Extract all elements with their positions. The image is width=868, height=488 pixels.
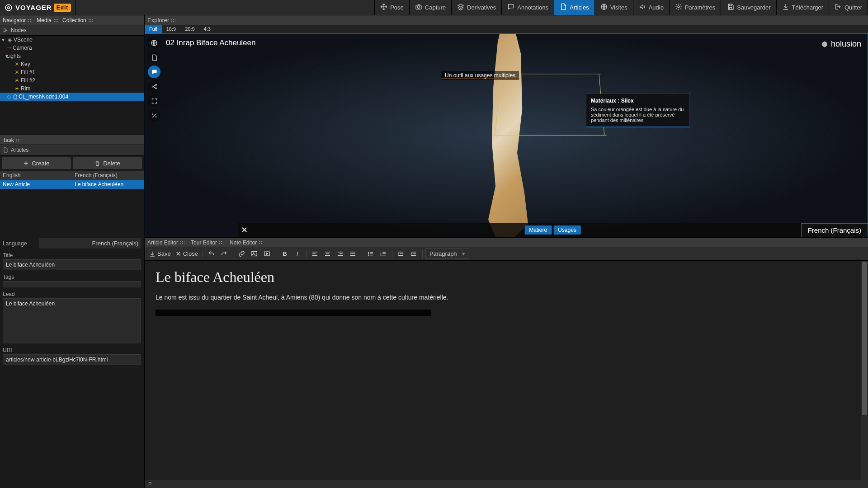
video-button[interactable] (261, 249, 273, 259)
topbar-exit[interactable]: Quitter (829, 0, 868, 15)
scrollbar-thumb[interactable] (862, 262, 867, 415)
align-center-button[interactable] (322, 249, 334, 259)
uri-input[interactable]: articles/new-article-bLBgzlHc7i0N-FR.htm… (3, 354, 141, 365)
paragraph-style-select[interactable]: Paragraph (425, 249, 468, 259)
aspect-Full[interactable]: Full (145, 25, 162, 33)
italic-button[interactable]: I (292, 249, 303, 259)
task-header: Task (0, 135, 144, 145)
nodes-icon (3, 28, 8, 33)
chevron-down-icon[interactable]: ▾ (1, 37, 5, 43)
align-left-button[interactable] (309, 249, 321, 259)
tree-row-light[interactable]: ☀Key (0, 60, 144, 68)
tree-row-light[interactable]: ☀Fill #2 (0, 76, 144, 84)
edit-badge: Edit (54, 4, 71, 12)
plus-icon (23, 160, 29, 166)
tags-input[interactable] (3, 281, 141, 287)
viewer-language-select[interactable]: French (Français) (801, 223, 868, 237)
comment-button[interactable] (148, 66, 160, 78)
article-paragraph[interactable]: Le nom est issu du quartier de Saint Ach… (156, 293, 857, 302)
editor-scrollbar[interactable] (861, 261, 868, 480)
tools-button[interactable] (148, 109, 160, 122)
numbered-list-button[interactable]: 123 (377, 249, 389, 259)
article-image-placeholder[interactable] (156, 310, 431, 316)
title-input[interactable]: Le biface Acheuléen (3, 259, 141, 270)
language-select[interactable]: French (Français) (39, 238, 141, 249)
articles-header: Articles (0, 145, 144, 155)
save-icon (149, 251, 156, 257)
topbar-download[interactable]: Télécharger (777, 0, 829, 15)
topbar-audio[interactable]: Audio (633, 0, 670, 15)
tree-row-camera[interactable]: ▭Camera (0, 44, 144, 52)
topbar-save[interactable]: Sauvegarder (722, 0, 776, 15)
svg-text:3: 3 (381, 254, 382, 256)
download-icon (782, 3, 789, 12)
uri-label: URI (3, 347, 141, 353)
navigator-tab[interactable]: Navigator (3, 17, 32, 23)
topbar-paramètres[interactable]: Paramètres (670, 0, 721, 15)
fullscreen-button[interactable] (148, 94, 160, 107)
bullet-list-button[interactable] (365, 249, 377, 259)
topbar-annotations[interactable]: Annotations (502, 0, 554, 15)
nodes-label: Nodes (11, 27, 27, 33)
tab-tour-editor[interactable]: Tour Editor (191, 239, 223, 246)
article-editor-body[interactable]: Le biface Acheuléen Le nom est issu du q… (145, 261, 868, 480)
topbar-derivatives[interactable]: Derivatives (452, 0, 502, 15)
light-icon: ☀ (14, 69, 20, 75)
tree-row-mesh[interactable]: ◇CL_meshNode1.004 (0, 93, 144, 101)
explorer-tab[interactable]: Explorer (147, 17, 175, 23)
topbar-pose[interactable]: Pose (375, 0, 410, 15)
bullet-list-icon (367, 250, 374, 257)
audio-icon (639, 3, 646, 12)
tree-row-light[interactable]: ☀Rim (0, 84, 144, 93)
topbar-articles[interactable]: Articles (554, 0, 595, 15)
tag-usages[interactable]: Usages (553, 225, 581, 235)
topbar-capture[interactable]: Capture (410, 0, 452, 15)
scene-icon: ◈ (6, 37, 13, 43)
document-button[interactable] (148, 51, 160, 64)
tab-article-editor[interactable]: Article Editor (147, 239, 184, 246)
tab-note-editor[interactable]: Note Editor (230, 239, 263, 246)
aspect-16-9[interactable]: 16:9 (162, 25, 180, 33)
article-cell-en[interactable]: New Article (0, 180, 72, 189)
outdent-button[interactable] (395, 249, 407, 259)
align-justify-button[interactable] (347, 249, 359, 259)
task-tab[interactable]: Task (3, 137, 20, 143)
link-button[interactable] (236, 249, 248, 259)
article-heading[interactable]: Le biface Acheuléen (156, 269, 857, 286)
create-button[interactable]: Create (2, 157, 71, 169)
share-button[interactable] (148, 80, 160, 93)
indent-button[interactable] (408, 249, 420, 259)
brand-logo: holusion (821, 39, 861, 49)
annotation-label-top[interactable]: Un outil aux usages multiples (441, 71, 519, 80)
delete-button[interactable]: Delete (73, 157, 142, 169)
image-button[interactable] (249, 249, 260, 259)
tools-icon (151, 112, 158, 119)
tags-label: Tags (3, 274, 141, 280)
save-icon (727, 3, 734, 12)
chevron-down-icon[interactable]: ▾ (1, 53, 5, 59)
tree-row-light[interactable]: ☀Fill #1 (0, 68, 144, 76)
close-button[interactable]: Close (174, 249, 200, 259)
align-right-icon (337, 250, 344, 257)
bold-button[interactable]: B (279, 249, 291, 259)
scene-tree: ▾◈VScene ▭Camera ▾Lights ☀Key ☀Fill #1 ☀… (0, 36, 144, 135)
comment-icon (151, 69, 158, 75)
tree-row-lights[interactable]: ▾Lights (0, 52, 144, 60)
close-button[interactable]: ✕ (238, 224, 250, 236)
save-button[interactable]: Save (147, 249, 173, 259)
undo-button[interactable] (206, 249, 217, 259)
collection-tab[interactable]: Collection (62, 17, 93, 23)
aspect-4-3[interactable]: 4:3 (199, 25, 215, 33)
topbar-visites[interactable]: Visites (595, 0, 633, 15)
language-button[interactable] (148, 37, 160, 49)
article-cell-fr[interactable]: Le biface Acheuléen (72, 180, 144, 189)
tag-matiere[interactable]: Matière (524, 225, 552, 235)
aspect-20-9[interactable]: 20:9 (180, 25, 199, 33)
redo-button[interactable] (218, 249, 230, 259)
lead-input[interactable]: Le biface Acheuléen (3, 298, 141, 343)
move-icon (380, 3, 387, 12)
align-right-button[interactable] (335, 249, 346, 259)
tree-row-scene[interactable]: ▾◈VScene (0, 36, 144, 44)
viewport-3d[interactable]: 02 Inrap Biface Acheuleen holusion Un ou… (145, 33, 868, 237)
media-tab[interactable]: Media (37, 17, 58, 23)
